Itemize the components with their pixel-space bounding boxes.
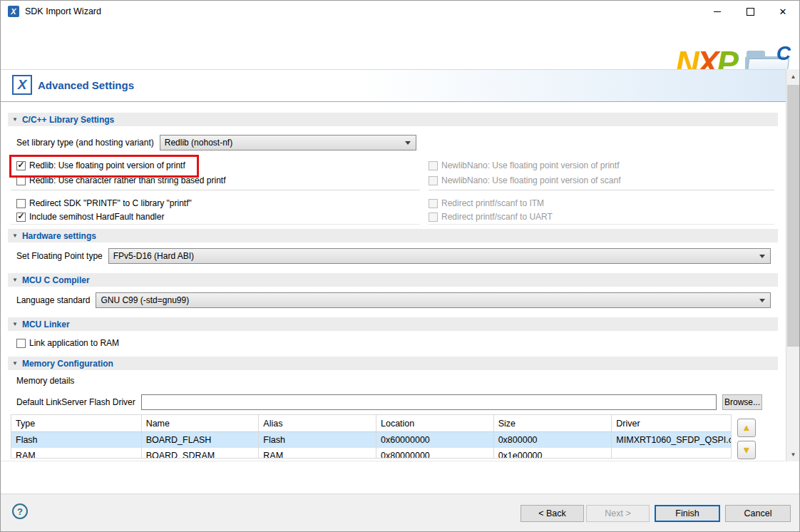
window-controls: ✕ — [701, 1, 799, 22]
vertical-scrollbar[interactable]: ▲ ▼ — [786, 69, 800, 461]
arrow-down-icon: ▼ — [742, 446, 751, 454]
memory-table-header[interactable]: Type Name Alias Location Size Driver — [11, 415, 731, 432]
cell-size: 0x800000 — [494, 432, 612, 448]
cell-driver — [612, 448, 731, 459]
table-row-ram[interactable]: RAM BOARD_SDRAM RAM 0x80000000 0x1e00000 — [11, 448, 731, 459]
library-type-select[interactable]: Redlib (nohost-nf) — [160, 135, 416, 150]
column-header-name[interactable]: Name — [142, 415, 260, 431]
maximize-button[interactable] — [734, 1, 766, 22]
scroll-down-button[interactable]: ▼ — [786, 447, 800, 461]
close-button[interactable]: ✕ — [766, 1, 799, 22]
checkbox-box — [429, 213, 438, 222]
minimize-icon — [714, 11, 721, 12]
section-title: MCU Linker — [22, 319, 70, 329]
checkbox-link-to-ram[interactable]: Link application to RAM — [16, 337, 119, 349]
column-header-size[interactable]: Size — [494, 415, 612, 431]
chevron-down-icon — [405, 141, 411, 148]
checkbox-label: Redlib: Use character rather than string… — [29, 175, 225, 185]
cell-location: 0x80000000 — [376, 448, 494, 459]
cancel-button[interactable]: Cancel — [725, 505, 791, 522]
section-hardware-settings[interactable]: ▼ Hardware settings — [8, 229, 778, 242]
cell-alias: RAM — [259, 448, 376, 459]
collapse-icon[interactable]: ▼ — [12, 233, 18, 239]
checkbox-box — [16, 176, 26, 185]
checkbox-redlib-char-printf[interactable]: Redlib: Use character rather than string… — [16, 174, 225, 187]
checkbox-box — [429, 161, 438, 170]
checkbox-redirect-itm[interactable]: Redirect printf/scanf to ITM — [429, 197, 544, 210]
checkbox-label: Redirect printf/scanf to UART — [441, 212, 553, 222]
cell-type: RAM — [11, 448, 142, 459]
window-title: SDK Import Wizard — [25, 6, 101, 16]
cell-name: BOARD_SDRAM — [142, 448, 260, 459]
back-button[interactable]: < Back — [520, 505, 584, 522]
language-standard-value: GNU C99 (-std=gnu99) — [101, 295, 189, 305]
page-title: Advanced Settings — [38, 79, 134, 91]
collapse-icon[interactable]: ▼ — [12, 117, 18, 123]
checkbox-include-semihost-hardfault[interactable]: ✓ Include semihost HardFault handler — [16, 210, 164, 223]
floating-point-select[interactable]: FPv5-D16 (Hard ABI) — [108, 248, 771, 264]
help-button[interactable]: ? — [12, 503, 28, 519]
section-mcu-linker[interactable]: ▼ MCU Linker — [8, 317, 778, 331]
table-row-flash[interactable]: Flash BOARD_FLASH Flash 0x60000000 0x800… — [11, 432, 731, 448]
section-title: Hardware settings — [22, 231, 96, 241]
page-header: X Advanced Settings — [1, 69, 799, 102]
section-title: MCU C Compiler — [22, 275, 90, 285]
library-type-value: Redlib (nohost-nf) — [165, 138, 232, 148]
next-button: Next > — [586, 505, 650, 522]
memory-details-label: Memory details — [16, 376, 74, 386]
maximize-icon — [747, 8, 754, 16]
language-standard-row: Language standard GNU C99 (-std=gnu99) — [16, 292, 771, 309]
finish-button[interactable]: Finish — [655, 505, 720, 522]
header-band: NXP C — [1, 22, 799, 69]
titlebar: X SDK Import Wizard ✕ — [1, 1, 799, 22]
mcuxpresso-x-icon: X — [12, 75, 32, 95]
app-icon: X — [8, 6, 19, 17]
flash-driver-row: Default LinkServer Flash Driver Browse..… — [16, 394, 762, 411]
x-icon-letter: X — [18, 77, 27, 93]
library-type-row: Set library type (and hosting variant) R… — [16, 134, 416, 151]
separator-line — [11, 224, 420, 225]
check-icon: ✓ — [17, 212, 24, 220]
checkbox-box: ✓ — [16, 213, 26, 222]
checkbox-label: NewlibNano: Use floating point version o… — [441, 160, 619, 170]
checkbox-redirect-sdk-printf[interactable]: Redirect SDK "PRINTF" to C library "prin… — [16, 197, 192, 210]
floating-point-label: Set Floating Point type — [16, 251, 103, 261]
move-up-button[interactable]: ▲ — [737, 419, 756, 437]
check-icon: ✓ — [17, 160, 24, 169]
checkbox-label: Redlib: Use floating point version of pr… — [29, 160, 185, 170]
collapse-icon[interactable]: ▼ — [12, 322, 18, 327]
checkbox-box: ✓ — [16, 161, 26, 170]
checkbox-redlib-floating-printf[interactable]: ✓ Redlib: Use floating point version of … — [16, 159, 185, 172]
checkbox-box — [429, 176, 438, 185]
collapse-icon[interactable]: ▼ — [12, 277, 18, 283]
checkbox-box — [429, 199, 438, 208]
checkbox-newlibnano-float-scanf[interactable]: NewlibNano: Use floating point version o… — [429, 174, 620, 187]
column-header-type[interactable]: Type — [11, 415, 142, 431]
section-memory-configuration[interactable]: ▼ Memory Configuration — [8, 357, 778, 370]
wizard-content: ▼ C/C++ Library Settings Set library typ… — [1, 102, 785, 461]
checkbox-newlibnano-float-printf[interactable]: NewlibNano: Use floating point version o… — [429, 159, 619, 172]
column-header-location[interactable]: Location — [376, 415, 494, 431]
flash-driver-label: Default LinkServer Flash Driver — [16, 397, 135, 407]
language-standard-select[interactable]: GNU C99 (-std=gnu99) — [96, 292, 771, 308]
checkbox-label: Redirect printf/scanf to ITM — [441, 198, 544, 208]
checkbox-box — [16, 339, 26, 348]
flash-driver-input[interactable] — [141, 394, 717, 410]
floating-point-row: Set Floating Point type FPv5-D16 (Hard A… — [16, 247, 771, 265]
minimize-button[interactable] — [701, 1, 734, 22]
section-cpp-library-settings[interactable]: ▼ C/C++ Library Settings — [8, 113, 778, 126]
column-header-alias[interactable]: Alias — [259, 415, 376, 431]
section-mcu-c-compiler[interactable]: ▼ MCU C Compiler — [8, 273, 778, 287]
browse-button[interactable]: Browse... — [722, 394, 762, 410]
scroll-up-icon: ▲ — [791, 73, 796, 80]
checkbox-redirect-uart[interactable]: Redirect printf/scanf to UART — [429, 210, 553, 223]
collapse-icon[interactable]: ▼ — [12, 361, 18, 367]
separator-line — [429, 190, 774, 190]
column-header-driver[interactable]: Driver — [612, 415, 731, 431]
chevron-down-icon — [759, 299, 765, 305]
cell-name: BOARD_FLASH — [142, 432, 260, 448]
library-type-label: Set library type (and hosting variant) — [16, 138, 154, 148]
move-down-button[interactable]: ▼ — [737, 441, 756, 459]
scrollbar-thumb[interactable] — [787, 85, 799, 347]
scroll-up-button[interactable]: ▲ — [786, 69, 800, 83]
